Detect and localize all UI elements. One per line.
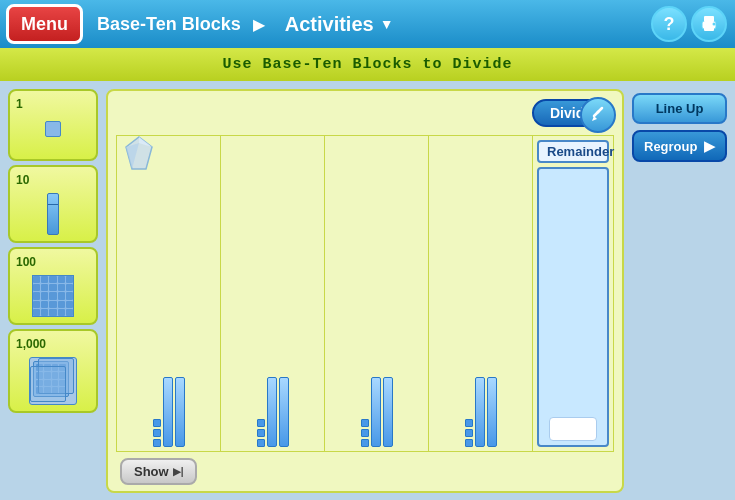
show-play-icon: ▶|: [173, 466, 184, 477]
subtitle-text: Use Base-Ten Blocks to Divide: [222, 56, 512, 73]
print-icon: [699, 14, 719, 34]
svg-point-3: [713, 23, 716, 26]
gem-icon: [124, 135, 154, 171]
nav-title: Base-Ten Blocks: [89, 0, 249, 48]
thousand-block-visual: [29, 357, 77, 405]
nav-arrow-icon: ▶: [249, 0, 269, 48]
ten-block-visual: [47, 193, 59, 235]
unit-block-visual: [45, 121, 61, 137]
header-spacer: [410, 0, 651, 48]
block-label-10: 10: [16, 173, 29, 187]
svg-rect-2: [704, 26, 714, 31]
column-1: [117, 136, 221, 451]
column-4-blocks: [465, 377, 497, 447]
activities-button[interactable]: Activities ▼: [269, 0, 410, 48]
regroup-label: Regroup: [644, 139, 697, 154]
block-item-10[interactable]: 10: [8, 165, 98, 243]
column-3: [325, 136, 429, 451]
remainder-white-box: [549, 417, 597, 441]
work-top-bar: Divide: [108, 91, 622, 131]
column-4: [429, 136, 533, 451]
activities-label: Activities: [285, 13, 374, 36]
broom-icon: [588, 105, 608, 125]
gem-icon-area: [124, 135, 154, 175]
show-button[interactable]: Show ▶|: [120, 458, 197, 485]
right-panel: Line Up Regroup ▶: [632, 89, 727, 493]
remainder-box: [537, 167, 609, 447]
main-area: 1 10 100 1,000: [0, 81, 735, 500]
remainder-label: Remainder: [537, 140, 609, 163]
regroup-button[interactable]: Regroup ▶: [632, 130, 727, 162]
column-3-blocks: [361, 377, 393, 447]
print-button[interactable]: [691, 6, 727, 42]
block-item-1000[interactable]: 1,000: [8, 329, 98, 413]
block-label-1000: 1,000: [16, 337, 46, 351]
column-1-blocks: [153, 377, 185, 447]
column-2-blocks: [257, 377, 289, 447]
block-item-100[interactable]: 100: [8, 247, 98, 325]
help-button[interactable]: ?: [651, 6, 687, 42]
remainder-column: Remainder: [533, 136, 613, 451]
block-label-100: 100: [16, 255, 36, 269]
menu-button[interactable]: Menu: [6, 4, 83, 44]
bottom-bar: Show ▶|: [108, 452, 622, 491]
columns-container: Remainder: [116, 135, 614, 452]
svg-rect-1: [704, 16, 714, 22]
column-2: [221, 136, 325, 451]
work-area: Divide: [106, 89, 624, 493]
left-panel: 1 10 100 1,000: [8, 89, 98, 493]
lineup-button[interactable]: Line Up: [632, 93, 727, 124]
block-item-1[interactable]: 1: [8, 89, 98, 161]
header-icons: ?: [651, 0, 735, 48]
subtitle-bar: Use Base-Ten Blocks to Divide: [0, 48, 735, 81]
regroup-arrow-icon: ▶: [704, 138, 715, 154]
activities-dropdown-arrow-icon: ▼: [380, 16, 394, 32]
block-label-1: 1: [16, 97, 23, 111]
show-label: Show: [134, 464, 169, 479]
hundred-block-visual: [32, 275, 74, 317]
broom-button[interactable]: [580, 97, 616, 133]
header: Menu Base-Ten Blocks ▶ Activities ▼ ?: [0, 0, 735, 48]
